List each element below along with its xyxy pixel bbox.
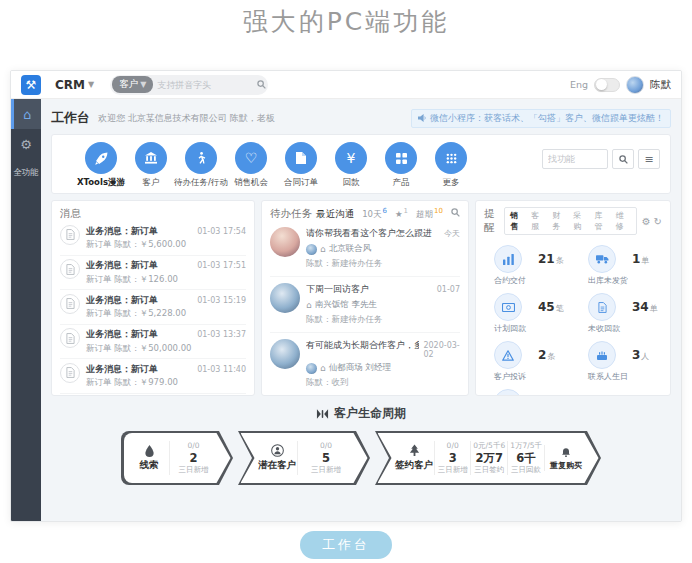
quicknav-label: 合同订单 <box>284 177 318 189</box>
lifecycle-icon <box>316 409 329 419</box>
hamburger-icon: ≡ <box>644 153 653 166</box>
avatar <box>270 227 300 257</box>
app-name-label: CRM <box>55 78 85 92</box>
quicknav-todo-actions[interactable]: 待办任务/行动 <box>176 142 226 189</box>
quicknav-contracts[interactable]: 合同订单 <box>276 142 326 189</box>
bell-icon <box>561 445 571 458</box>
todo-row[interactable]: 下周一回访客户01-07 ⌂ 南兴饭馆 李先生 陈默：新建待办任务 <box>270 277 460 333</box>
reminder-cell[interactable]: 45笔 计划回款 <box>484 290 568 338</box>
chevron-down-icon: ▼ <box>88 80 94 89</box>
message-row[interactable]: 业务消息：新订单01-03 11:40 新订单 陈默：￥979.00 <box>60 359 246 394</box>
stage-stat: 1万7/5千 6千 三日回款 <box>507 441 544 475</box>
stage-potential-customers[interactable]: 潜在客户 0/0 5 三日新增 <box>238 431 370 485</box>
quicknav-customers[interactable]: 客户 <box>126 142 176 189</box>
reminders-card: 提醒 销售 客服 财务 采购 库管 维修 ⚙ ↻ <box>475 200 671 396</box>
message-row[interactable]: 业务消息：新订单01-03 17:54 新订单 陈默：￥5,600.00 <box>60 221 246 256</box>
todo-row[interactable]: 有可能成为长期合作客户，多做关怀2020-03-02 ⌂ 仙都商场 刘经理 陈默… <box>270 333 460 396</box>
global-search[interactable]: 客户 ▼ <box>110 75 268 95</box>
lang-toggle[interactable] <box>594 78 620 92</box>
search-scope-button[interactable]: 客户 ▼ <box>112 76 153 93</box>
todo-row[interactable]: 请你帮我看看这个客户怎么跟进今天 ⌂ 北京联合风 陈默：新建待办任务 <box>270 221 460 277</box>
lifecycle-title: 客户生命周期 <box>51 405 671 422</box>
tab-purchase[interactable]: 采购 <box>570 209 591 233</box>
tab-recent-contact[interactable]: 最近沟通 <box>316 208 354 221</box>
document-icon <box>285 142 317 174</box>
reminder-cell[interactable]: 21条 合约交付 <box>484 242 568 290</box>
reminder-cell[interactable]: 1单 出库未发货 <box>578 242 662 290</box>
message-row[interactable]: 业务消息：新订单01-03 15:19 新订单 陈默：￥5,228.00 <box>60 290 246 325</box>
refresh-icon[interactable]: ↻ <box>654 216 662 227</box>
avatar <box>306 363 317 374</box>
page: 强大的PC端功能 ⚒ CRM ▼ 客户 ▼ Eng <box>0 0 692 563</box>
user-avatar[interactable] <box>626 76 644 94</box>
org-name[interactable]: 南兴饭馆 李先生 <box>315 299 377 311</box>
quicknav-payments[interactable]: ¥ 回款 <box>326 142 376 189</box>
drop-icon <box>145 444 154 457</box>
org-name[interactable]: 北京联合风 <box>329 243 372 255</box>
quicknav-opportunities[interactable]: ♡ 销售机会 <box>226 142 276 189</box>
stage-repeat-purchase[interactable]: 重复购买 <box>544 445 585 471</box>
rocket-icon <box>85 142 117 174</box>
list-view-button[interactable]: ≡ <box>638 149 660 169</box>
org-name[interactable]: 仙都商场 刘经理 <box>329 362 391 374</box>
tab-starred[interactable]: ★1 <box>395 207 408 219</box>
company-icon: ⌂ <box>320 363 326 373</box>
tab-ten-days[interactable]: 10天6 <box>362 207 387 221</box>
tab-finance[interactable]: 财务 <box>549 209 570 233</box>
toggle-knob <box>596 79 607 90</box>
tab-service[interactable]: 客服 <box>528 209 549 233</box>
reminder-cell[interactable]: 3人 联系人生日 <box>578 338 662 386</box>
message-row[interactable]: 业务消息：新订单01-03 17:51 新订单 陈默：￥126.00 <box>60 256 246 291</box>
message-title: 业务消息：新订单 <box>86 294 158 307</box>
search-input[interactable] <box>153 80 257 90</box>
tab-sales[interactable]: 销售 <box>507 209 528 233</box>
tab-maintenance[interactable]: 维修 <box>613 209 634 233</box>
todo-title: 请你帮我看看这个客户怎么跟进 <box>306 227 432 240</box>
sidebar-item-settings[interactable]: ⚙ <box>11 129 41 159</box>
reminder-cell[interactable]: 2条 客户投诉 <box>484 338 568 386</box>
message-time: 01-03 17:51 <box>197 261 246 270</box>
app-logo[interactable]: ⚒ <box>21 75 41 95</box>
sidebar-item-home[interactable]: ⌂ <box>11 99 41 129</box>
promo-banner[interactable]: 微信小程序：获客话术、「勾搭」客户、微信跟单更炫酷！ <box>411 109 671 128</box>
messages-card: 消息 业务消息：新订单01-03 17:54 新订单 陈默：￥5,600.00 … <box>51 200 255 396</box>
quicknav-label: 回款 <box>343 177 360 189</box>
stage-signed-customers[interactable]: 签约客户 0/0 3 三日新增 0元/5千6 2万7 <box>375 431 601 485</box>
stage-leads[interactable]: 线索 0/0 2 三日新增 <box>121 431 233 485</box>
reminders-tools: ⚙ ↻ <box>642 216 662 227</box>
grid-icon <box>385 142 417 174</box>
quicknav-label: 待办任务/行动 <box>174 177 228 189</box>
reminder-label: 合约交付 <box>494 275 566 286</box>
reminder-label: 客户投诉 <box>494 371 566 382</box>
find-function-input[interactable] <box>542 149 608 169</box>
tab-warehouse[interactable]: 库管 <box>591 209 612 233</box>
gear-icon[interactable]: ⚙ <box>642 216 651 227</box>
find-search-button[interactable] <box>612 149 634 169</box>
message-detail: 新订单 陈默：￥50,000.00 <box>86 343 246 355</box>
message-time: 01-03 13:37 <box>197 330 246 339</box>
lifecycle-funnel: 线索 0/0 2 三日新增 <box>121 431 601 485</box>
yen-icon: ¥ <box>335 142 367 174</box>
chevron-down-icon: ▼ <box>140 80 146 89</box>
search-icon[interactable] <box>451 208 460 217</box>
stage-name: 签约客户 <box>395 459 433 472</box>
app-menu[interactable]: CRM ▼ <box>55 78 94 92</box>
workbench-pill-button[interactable]: 工作台 <box>300 531 392 559</box>
message-row[interactable]: 业务消息：新订单01-03 13:37 新订单 陈默：￥50,000.00 <box>60 325 246 360</box>
reminder-cell[interactable]: 34单 未收回款 <box>578 290 662 338</box>
search-icon[interactable] <box>257 80 266 89</box>
todo-org-line: ⌂ 仙都商场 刘经理 <box>306 362 460 374</box>
todos-header: 待办任务 最近沟通 10天6 ★1 超期10 <box>270 207 460 221</box>
sidebar-item-all-functions[interactable]: 全功能 <box>11 167 41 179</box>
user-name[interactable]: 陈默 <box>650 78 671 92</box>
reminder-label: 计划回款 <box>494 323 566 334</box>
quicknav-label: 客户 <box>143 177 160 189</box>
quicknav-xtools[interactable]: XTools漫游 <box>76 142 126 189</box>
todo-footer: 陈默：收到 <box>306 377 460 389</box>
todo-org-line: ⌂ 北京联合风 <box>306 243 460 255</box>
quicknav-products[interactable]: 产品 <box>376 142 426 189</box>
quicknav-more[interactable]: 更多 <box>426 142 476 189</box>
message-row[interactable]: 业务消息：新订单01-03 10:36 新订单 陈默：￥5,050.00 <box>60 394 246 397</box>
reminder-cell[interactable]: 0条 SFA执行 <box>484 386 568 396</box>
tab-overdue[interactable]: 超期10 <box>416 207 443 221</box>
